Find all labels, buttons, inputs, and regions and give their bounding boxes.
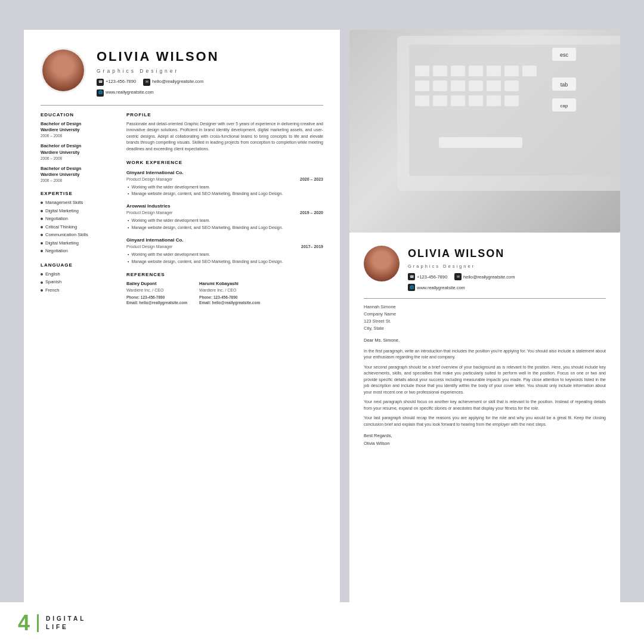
resume-body: EDUCATION Bachelor of Design Wardiere Un… — [41, 112, 323, 305]
work-bullets: •Working with the wider development team… — [126, 218, 323, 231]
school-1: Wardiere University — [41, 127, 118, 133]
svg-rect-11 — [469, 66, 483, 76]
svg-rect-10 — [451, 66, 465, 76]
cover-letter: OLIVIA WILSON Graphics Designer ☎ +123-4… — [349, 233, 620, 614]
right-column: PROFILE Passionate and detail-oriented G… — [126, 112, 323, 305]
svg-text:esc: esc — [560, 52, 569, 58]
skill-item: Communication Skills — [41, 232, 118, 239]
bullet — [41, 242, 43, 244]
ref-1-company: Wardiere Inc. / CEO — [126, 287, 187, 293]
cl-email: ✉ hello@reallygreatsite.com — [454, 273, 515, 280]
language-item: Spanish — [41, 279, 118, 286]
bullet — [41, 218, 43, 220]
school-2: Wardiere University — [41, 150, 118, 156]
email-icon: ✉ — [143, 79, 150, 86]
svg-text:cap: cap — [561, 103, 568, 109]
right-panel: esc tab cap — [349, 30, 620, 614]
work-bullet: •Manage website design, content, and SEO… — [128, 259, 323, 265]
cl-title: Graphics Designer — [408, 263, 515, 270]
cl-divider — [364, 298, 606, 299]
references-row: Bailey Dupont Wardiere Inc. / CEO Phone:… — [126, 281, 323, 305]
ref-1-email: Email: hello@reallygreatsite.com — [126, 300, 187, 305]
avatar — [41, 48, 86, 93]
work-role: Product Design Manager — [126, 244, 172, 250]
svg-rect-15 — [415, 80, 429, 91]
svg-rect-19 — [487, 80, 501, 91]
work-role: Product Design Manager — [126, 210, 172, 216]
work-bullets: •Working with the wider development team… — [126, 252, 323, 265]
full-name: OLIVIA WILSON — [97, 48, 219, 66]
work-role-row: Product Design Manager 2019 – 2020 — [126, 210, 323, 216]
resume-header: OLIVIA WILSON Graphics Designer ☎ +123-4… — [41, 48, 323, 97]
cl-sign-name: Olivia Wilson — [364, 440, 606, 448]
cl-website-text: www.reallygreatsite.com — [417, 284, 465, 291]
year-2: 2006 – 2008 — [41, 156, 118, 161]
svg-rect-21 — [415, 95, 429, 106]
svg-rect-24 — [469, 95, 483, 106]
degree-1: Bachelor of Design — [41, 121, 118, 128]
work-years: 2019 – 2020 — [300, 210, 323, 216]
cl-email-text: hello@reallygreatsite.com — [463, 274, 515, 280]
ref-2-name: Harumi Kobayashi — [199, 281, 260, 287]
svg-rect-26 — [504, 95, 519, 106]
brand-logo: 4 DIGITAL LIFE — [18, 612, 86, 634]
work-entry: Ginyard International Co. Product Design… — [126, 169, 323, 197]
cl-phone: ☎ +123-456-7890 — [408, 273, 447, 280]
cl-closing: Best Regards, — [364, 432, 606, 440]
cl-para-3: Your next paragraph should focus on anot… — [364, 399, 606, 411]
work-bullet: •Manage website design, content, and SEO… — [128, 225, 323, 231]
work-bullet: •Manage website design, content, and SEO… — [128, 191, 323, 197]
degree-3: Bachelor of Design — [41, 166, 118, 172]
svg-rect-27 — [439, 137, 522, 148]
email-text: hello@reallygreatsite.com — [152, 79, 203, 85]
bullet — [41, 226, 43, 228]
cl-website: 🌐 www.reallygreatsite.com — [408, 284, 465, 291]
cl-para-2: Your second paragraph should be a brief … — [364, 364, 606, 396]
work-entries: Ginyard International Co. Product Design… — [126, 169, 323, 265]
phone-text: +123-456-7890 — [106, 79, 136, 85]
phone-icon: ☎ — [97, 79, 104, 86]
ref-2: Harumi Kobayashi Wardiere Inc. / CEO Pho… — [199, 281, 260, 305]
year-1: 2006 – 2008 — [41, 133, 118, 138]
svg-rect-12 — [487, 66, 501, 76]
svg-rect-23 — [451, 95, 465, 106]
svg-rect-18 — [469, 80, 483, 91]
profile-text: Passionate and detail-oriented Graphic D… — [126, 121, 323, 153]
email-item: ✉ hello@reallygreatsite.com — [143, 79, 203, 86]
work-bullet: •Working with the wider development team… — [128, 252, 323, 258]
ref-1-name: Bailey Dupont — [126, 281, 187, 287]
recipient-address1: 123 Street St. — [364, 318, 606, 325]
ref-1-phone: Phone: 123-456-7890 — [126, 295, 187, 300]
references-heading: REFERENCES — [126, 271, 323, 278]
svg-rect-16 — [433, 80, 447, 91]
work-entry: Ginyard International Co. Product Design… — [126, 237, 323, 265]
recipient-company: Company Name — [364, 311, 606, 318]
skill-item: Negotiation — [41, 216, 118, 222]
website-item: 🌐 www.reallygreatsite.com — [97, 89, 154, 97]
year-3: 2006 – 2008 — [41, 178, 118, 183]
work-entry: Arowwai Industries Product Design Manage… — [126, 203, 323, 231]
svg-rect-14 — [522, 66, 537, 76]
ref-1: Bailey Dupont Wardiere Inc. / CEO Phone:… — [126, 281, 187, 305]
cl-phone-icon: ☎ — [408, 273, 415, 280]
education-heading: EDUCATION — [41, 112, 118, 118]
expertise-list: Management SkillsDigital MarketingNegoti… — [41, 200, 118, 255]
work-bullets: •Working with the wider development team… — [126, 184, 323, 197]
skill-item: Critical Thinking — [41, 224, 118, 231]
skill-item: Digital Marketing — [41, 240, 118, 247]
cl-phone-text: +123-456-7890 — [417, 274, 447, 280]
skill-item: Negotiation — [41, 248, 118, 255]
cl-para-1: In the first paragraph, write an introdu… — [364, 348, 606, 361]
ref-2-phone: Phone: 123-456-7890 — [199, 295, 260, 300]
work-company: Ginyard International Co. — [126, 169, 323, 176]
cl-contact-row: ☎ +123-456-7890 ✉ hello@reallygreatsite.… — [408, 273, 515, 280]
language-list: EnglishSpanishFrench — [41, 271, 118, 294]
bullet — [41, 234, 43, 236]
work-role: Product Design Manager — [126, 177, 172, 182]
cl-address: Hannah Simone Company Name 123 Street St… — [364, 304, 606, 332]
cl-header: OLIVIA WILSON Graphics Designer ☎ +123-4… — [364, 246, 606, 291]
brand-text-block: DIGITAL LIFE — [46, 615, 86, 631]
profile-heading: PROFILE — [126, 112, 323, 118]
left-column: EDUCATION Bachelor of Design Wardiere Un… — [41, 112, 118, 305]
ref-2-company: Wardiere Inc. / CEO — [199, 287, 260, 293]
